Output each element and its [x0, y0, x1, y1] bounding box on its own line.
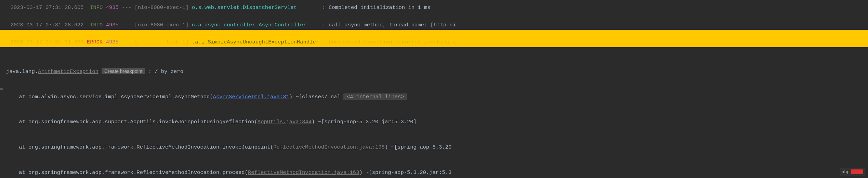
log-timestamp: 2023-03-17 07:31:31.633	[11, 39, 84, 45]
error-log-line[interactable]: 2023-03-17 07:31:31.633 ERROR 4935 --- […	[0, 30, 868, 47]
log-timestamp: 2023-03-17 07:31:28.605	[11, 4, 84, 11]
stack-frame: at org.springframework.aop.framework.Ref…	[0, 160, 868, 178]
log-message: call async method, thread name: [http-ni	[329, 22, 456, 28]
source-link[interactable]: AsyncServiceImpl.java:31	[213, 94, 289, 100]
log-message: Completed initialization in 1 ms	[329, 4, 431, 11]
stack-at: at com.alvin.async.service.impl.AsyncSer…	[6, 94, 213, 100]
process-id: 4935	[106, 39, 119, 45]
exception-name[interactable]: ArithmeticException	[38, 68, 98, 75]
logger-name: c.a.async.controller.AsyncController	[192, 22, 306, 28]
source-link[interactable]: ReflectiveMethodInvocation.java:198	[273, 144, 385, 150]
stack-suffix: ) ~[spring-aop-5.3.20	[385, 144, 451, 150]
stack-at: at org.springframework.aop.framework.Ref…	[6, 144, 273, 150]
internal-lines-badge[interactable]: <4 internal lines>	[343, 93, 407, 100]
source-link[interactable]: AopUtils.java:344	[258, 119, 312, 125]
log-level: INFO	[90, 22, 103, 28]
process-id: 4935	[106, 22, 119, 28]
stack-suffix: ) ~[spring-aop-5.3.20.jar:5.3.20]	[312, 119, 417, 125]
log-dashes: ---	[122, 22, 131, 28]
log-line: 2023-03-17 07:31:28.622 INFO 4935 --- [n…	[0, 13, 868, 30]
logger-name: .a.i.SimpleAsyncUncaughtExceptionHandler	[192, 39, 319, 45]
log-line: 2023-03-17 07:31:28.605 INFO 4935 --- [n…	[0, 0, 868, 13]
log-colon: :	[322, 39, 329, 45]
log-colon: :	[322, 4, 329, 11]
watermark-badge: php	[840, 168, 865, 176]
log-timestamp: 2023-03-17 07:31:28.622	[11, 22, 84, 28]
stack-frame: at org.springframework.aop.support.AopUt…	[0, 110, 868, 135]
exception-prefix: java.lang.	[6, 68, 38, 75]
stack-suffix: ) ~[classes/:na]	[289, 94, 340, 100]
watermark-icon	[851, 169, 863, 174]
log-level: ERROR	[87, 39, 103, 45]
log-message: Unexpected exception occurred invoking a	[329, 39, 456, 45]
stack-suffix: ) ~[spring-aop-5.3.20.jar:5.3	[359, 169, 451, 176]
log-dashes: ---	[122, 4, 131, 11]
stacktrace-area: java.lang.ArithmeticException Create bre…	[0, 47, 868, 178]
stack-frame: ⊞ at com.alvin.async.service.impl.AsyncS…	[0, 84, 868, 110]
stack-at: at org.springframework.aop.framework.Ref…	[6, 169, 248, 176]
log-colon: :	[322, 22, 329, 28]
stack-at: at org.springframework.aop.support.AopUt…	[6, 119, 258, 125]
logger-name: o.s.web.servlet.DispatcherServlet	[192, 4, 297, 11]
log-level: INFO	[90, 4, 103, 11]
exception-header: java.lang.ArithmeticException Create bre…	[0, 59, 868, 85]
stack-frame: at org.springframework.aop.framework.Ref…	[0, 135, 868, 160]
create-breakpoint-button[interactable]: Create breakpoint	[102, 68, 145, 74]
log-thread: [ task-1]	[134, 39, 188, 45]
watermark-text: php	[842, 169, 850, 176]
log-dashes: ---	[122, 39, 131, 45]
exception-message: : / by zero	[145, 68, 183, 75]
log-thread: [nio-8080-exec-1]	[134, 4, 188, 11]
log-thread: [nio-8080-exec-1]	[134, 22, 188, 28]
expand-icon[interactable]: ⊞	[0, 86, 3, 92]
process-id: 4935	[106, 4, 119, 11]
source-link[interactable]: ReflectiveMethodInvocation.java:163	[248, 169, 359, 176]
